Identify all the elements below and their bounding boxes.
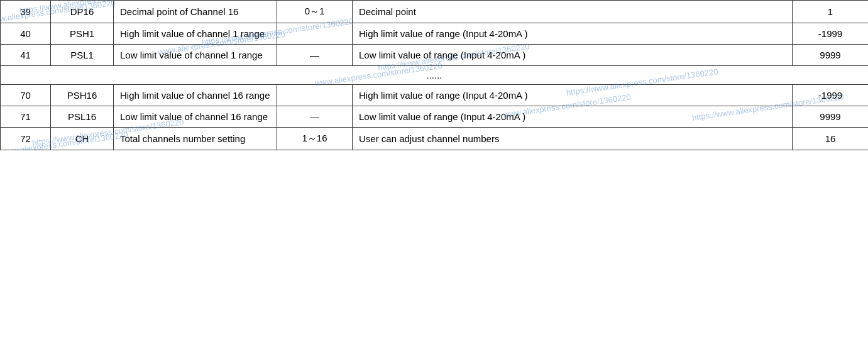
row-code: DP16 [51, 1, 114, 23]
row-default: 9999 [793, 106, 869, 128]
row-number: 39 [1, 1, 51, 23]
row-description: High limit value of channel 16 range [114, 85, 277, 106]
ellipsis-row: ...... [1, 66, 869, 85]
row-code: PSL16 [51, 106, 114, 128]
row-default: -1999 [793, 85, 869, 106]
row-description: Decimal point of Channel 16 [114, 1, 277, 23]
row-range: — [277, 106, 353, 128]
row-explanation: High limit value of range (Input 4-20mA … [353, 85, 793, 106]
row-description: Low limit value of channel 1 range [114, 45, 277, 66]
table-row: 70 PSH16 High limit value of channel 16 … [1, 85, 869, 106]
data-table: 39 DP16 Decimal point of Channel 16 0～1 … [0, 0, 868, 150]
row-explanation: Low limit value of range (Input 4-20mA ) [353, 45, 793, 66]
row-explanation: Decimal point [353, 1, 793, 23]
row-code: PSH16 [51, 85, 114, 106]
row-default: 16 [793, 128, 869, 150]
row-explanation: User can adjust channel numbers [353, 128, 793, 150]
row-explanation: Low limit value of range (Input 4-20mA ) [353, 106, 793, 128]
ellipsis-cell: ...... [1, 66, 869, 85]
row-range: 0～1 [277, 1, 353, 23]
row-code: PSL1 [51, 45, 114, 66]
row-default: -1999 [793, 23, 869, 45]
row-number: 71 [1, 106, 51, 128]
row-code: CH [51, 128, 114, 150]
table-row: 39 DP16 Decimal point of Channel 16 0～1 … [1, 1, 869, 23]
row-explanation: High limit value of range (Input 4-20mA … [353, 23, 793, 45]
table-row: 71 PSL16 Low limit value of channel 16 r… [1, 106, 869, 128]
row-number: 41 [1, 45, 51, 66]
table-row: 41 PSL1 Low limit value of channel 1 ran… [1, 45, 869, 66]
row-range: — [277, 45, 353, 66]
row-description: Low limit value of channel 16 range [114, 106, 277, 128]
row-number: 40 [1, 23, 51, 45]
row-description: High limit value of channel 1 range [114, 23, 277, 45]
row-range: 1～16 [277, 128, 353, 150]
row-range [277, 85, 353, 106]
table-row: 40 PSH1 High limit value of channel 1 ra… [1, 23, 869, 45]
row-default: 9999 [793, 45, 869, 66]
table-wrapper: 39 DP16 Decimal point of Channel 16 0～1 … [0, 0, 868, 150]
row-number: 72 [1, 128, 51, 150]
row-range [277, 23, 353, 45]
row-default: 1 [793, 1, 869, 23]
table-row: 72 CH Total channels number setting 1～16… [1, 128, 869, 150]
row-description: Total channels number setting [114, 128, 277, 150]
row-code: PSH1 [51, 23, 114, 45]
row-number: 70 [1, 85, 51, 106]
